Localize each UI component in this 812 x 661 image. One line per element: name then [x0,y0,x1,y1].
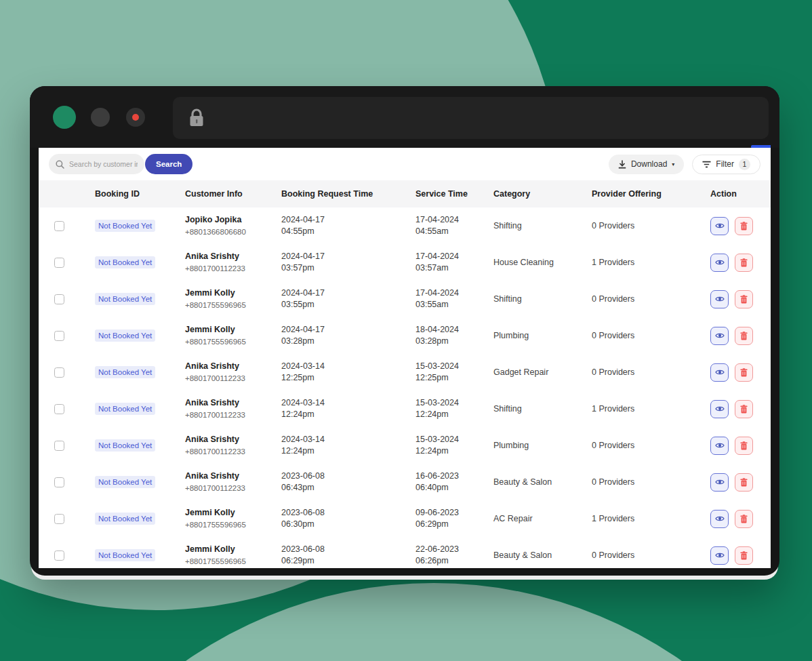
service-date: 09-06-2023 [415,507,478,519]
service-date: 17-04-2024 [415,251,478,263]
service-date: 17-04-2024 [415,214,478,226]
booking-status-chip[interactable]: Not Booked Yet [95,366,155,378]
booking-status-chip[interactable]: Not Booked Yet [95,439,155,452]
eye-icon [715,405,725,412]
customer-phone: +8801755596965 [185,336,266,347]
table-row: Not Booked Yet Jopiko Jopika +8801366806… [39,207,771,244]
booking-status-chip[interactable]: Not Booked Yet [95,220,155,232]
booking-request-time-cell: 2024-04-17 03:57pm [266,251,400,275]
delete-button[interactable] [735,400,753,418]
search-button[interactable]: Search [145,154,192,174]
lock-icon [188,108,205,128]
delete-button[interactable] [735,327,753,345]
row-checkbox[interactable] [54,477,64,487]
service-time: 06:40pm [415,482,478,494]
window-record-dot[interactable] [126,108,145,127]
header-booking-id: Booking ID [79,189,169,199]
delete-button[interactable] [735,217,753,235]
booking-status-chip[interactable]: Not Booked Yet [95,256,155,268]
row-checkbox[interactable] [54,441,64,451]
table-header-row: Booking ID Customer Info Booking Request… [39,180,771,207]
request-date: 2024-03-14 [281,434,400,446]
header-provider-offering: Provider Offering [576,189,695,199]
view-button[interactable] [710,217,729,235]
window-close-dot[interactable] [53,106,76,129]
row-checkbox[interactable] [54,258,64,268]
booking-status-chip[interactable]: Not Booked Yet [95,329,155,342]
row-checkbox[interactable] [54,221,64,231]
delete-button[interactable] [735,473,753,492]
delete-button[interactable] [735,510,753,528]
booking-id-cell: Not Booked Yet [79,220,169,232]
delete-button[interactable] [735,290,753,308]
chevron-down-icon: ▾ [672,161,674,167]
view-button[interactable] [710,437,729,455]
filter-button[interactable]: Filter 1 [692,155,760,174]
request-time: 12:24pm [281,409,400,421]
customer-info-cell: Anika Srishty +8801700112233 [169,251,266,274]
booking-request-time-cell: 2024-04-17 03:55pm [266,287,400,311]
booking-id-cell: Not Booked Yet [79,439,169,452]
booking-status-chip[interactable]: Not Booked Yet [95,293,155,305]
service-time: 06:29pm [415,519,478,531]
row-checkbox[interactable] [54,514,64,524]
service-time: 03:28pm [415,336,478,348]
service-date: 22-06-2023 [415,544,478,556]
customer-name: Jemmi Kolly [185,287,266,300]
booking-status-chip[interactable]: Not Booked Yet [95,403,155,415]
row-select-cell [39,441,79,451]
view-button[interactable] [710,254,729,272]
booking-status-chip[interactable]: Not Booked Yet [95,476,155,488]
table-row: Not Booked Yet Jemmi Kolly +880175559696… [39,500,771,537]
booking-status-chip[interactable]: Not Booked Yet [95,549,155,561]
view-button[interactable] [710,473,729,492]
view-button[interactable] [710,546,729,565]
category-cell: Plumbing [478,331,576,340]
row-checkbox[interactable] [54,331,64,341]
table-row: Not Booked Yet Jemmi Kolly +880175559696… [39,317,771,354]
delete-button[interactable] [735,437,753,455]
trash-icon [740,258,748,267]
view-button[interactable] [710,327,729,345]
booking-status-chip[interactable]: Not Booked Yet [95,513,155,525]
customer-phone: +8801700112233 [185,263,266,274]
view-button[interactable] [710,290,729,308]
row-checkbox[interactable] [54,550,64,561]
category-cell: Gadget Repair [478,367,576,377]
table-row: Not Booked Yet Anika Srishty +8801700112… [39,427,771,464]
eye-icon [715,552,725,559]
view-button[interactable] [710,510,729,528]
service-time-cell: 15-03-2024 12:24pm [400,397,478,421]
row-select-cell [39,221,79,231]
view-button[interactable] [710,363,729,382]
delete-button[interactable] [735,254,753,272]
row-checkbox[interactable] [54,294,64,304]
customer-phone: +8801700112233 [185,373,266,384]
category-cell: Plumbing [478,441,576,450]
window-minimize-dot[interactable] [91,108,110,127]
view-button[interactable] [710,400,729,418]
request-date: 2024-04-17 [281,324,400,336]
provider-offering-cell: 1 Providers [576,258,695,267]
trash-icon [740,222,748,231]
booking-request-time-cell: 2024-03-14 12:25pm [266,361,400,384]
provider-offering-cell: 0 Providers [576,331,695,340]
action-cell [695,510,771,528]
delete-button[interactable] [735,363,753,382]
eye-icon [715,296,725,302]
row-checkbox[interactable] [54,404,64,414]
customer-name: Anika Srishty [185,251,266,263]
booking-id-cell: Not Booked Yet [79,549,169,561]
download-icon [618,160,626,169]
request-date: 2024-04-17 [281,251,400,263]
service-time-cell: 15-03-2024 12:24pm [400,434,478,458]
download-button[interactable]: Download ▾ [609,155,684,174]
customer-name: Anika Srishty [185,397,266,409]
delete-button[interactable] [735,546,753,565]
search-input[interactable] [49,154,144,174]
row-checkbox[interactable] [54,367,64,378]
booking-id-cell: Not Booked Yet [79,293,169,305]
address-bar[interactable] [173,97,769,139]
trash-icon [740,551,748,560]
service-time-cell: 09-06-2023 06:29pm [400,507,478,531]
